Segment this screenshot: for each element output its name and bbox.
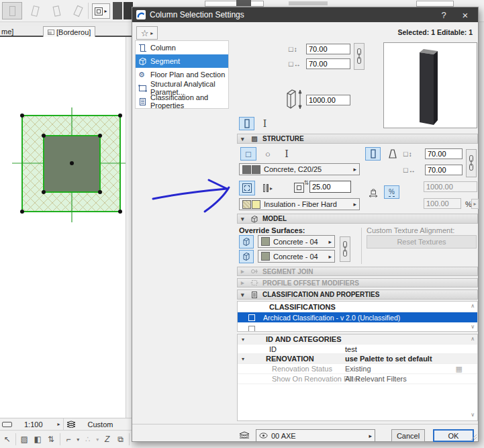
surface-top-toggle[interactable] bbox=[239, 235, 254, 249]
tab-borderou[interactable]: [Borderou] bbox=[43, 26, 95, 37]
tapered-column-toggle[interactable] bbox=[385, 147, 400, 161]
reset-textures-button: Reset Textures bbox=[367, 235, 477, 249]
snap-points-icon[interactable]: ∴ bbox=[83, 435, 93, 444]
floor-plan-canvas[interactable] bbox=[0, 37, 126, 418]
close-button[interactable]: × bbox=[456, 9, 474, 21]
id-value[interactable]: test bbox=[345, 345, 357, 353]
segment-join-section-header[interactable]: ▸ SEGMENT JOIN bbox=[237, 267, 478, 276]
wall-reference-icon[interactable]: ◧ bbox=[33, 435, 43, 444]
edit-plane-icon[interactable]: ⧉ bbox=[115, 435, 126, 444]
column-method-rotated-button[interactable] bbox=[68, 2, 88, 19]
flyout-icon-1[interactable]: ▾ bbox=[77, 437, 79, 443]
core-depth-input[interactable] bbox=[425, 165, 463, 175]
core-material-dropdown[interactable]: Concrete, C20/25 ▸ bbox=[239, 163, 360, 175]
surface-sides-toggle[interactable] bbox=[239, 250, 254, 263]
column-method-tilted-button[interactable] bbox=[46, 2, 66, 19]
classification-partial-checkbox[interactable] bbox=[248, 326, 255, 331]
scroll-down-icon[interactable]: ∨ bbox=[471, 324, 475, 330]
veneer-toggle[interactable] bbox=[239, 181, 255, 195]
fixed-size-toggle[interactable] bbox=[365, 185, 381, 199]
help-button[interactable]: ? bbox=[435, 10, 452, 20]
percent-size-toggle[interactable]: % bbox=[384, 185, 399, 199]
bottombar-separator2 bbox=[60, 433, 60, 445]
renovation-filter-value[interactable]: All Relevant Filters bbox=[345, 375, 407, 383]
layer-dropdown[interactable]: 00 AXE ▸ bbox=[256, 429, 375, 442]
tab-partial[interactable]: me] bbox=[1, 28, 13, 36]
surface-sides-label: Concrete - 04 bbox=[273, 253, 318, 261]
dialog-titlebar[interactable]: Column Selection Settings ? × bbox=[132, 7, 478, 22]
structure-section-header[interactable]: ▾ ▨ STRUCTURE bbox=[237, 134, 478, 144]
tree-item-segment[interactable]: Segment bbox=[136, 54, 228, 68]
reset-textures-label: Reset Textures bbox=[397, 238, 446, 246]
scroll-up-icon[interactable]: ∧ bbox=[471, 336, 475, 342]
flyout-icon-2[interactable]: ▾ bbox=[96, 437, 99, 443]
screen: ▸ me] [Borderou] bbox=[0, 0, 484, 448]
tapered-column-icon bbox=[388, 149, 397, 159]
surface-top-dropdown[interactable]: Concrete - 04 ▸ bbox=[258, 235, 335, 248]
flip-icon[interactable]: ⇅ bbox=[46, 435, 56, 444]
classification-icon bbox=[138, 97, 147, 106]
circle-profile-toggle[interactable]: ○ bbox=[260, 147, 276, 161]
column-width-input[interactable] bbox=[306, 44, 350, 54]
renovation-status-row[interactable]: Renovation Status Existing ▦ bbox=[238, 364, 477, 374]
classification-selected-row[interactable]: Archicad Classification - v 2.0 (Unclass… bbox=[238, 312, 477, 322]
tree-item-structural[interactable]: Structural Analytical Paramet... bbox=[136, 81, 228, 95]
scale-flyout-icon[interactable]: ▸ bbox=[58, 421, 60, 427]
column-method-vertical-button[interactable] bbox=[2, 2, 22, 19]
link-dimensions-button[interactable] bbox=[354, 43, 365, 70]
section-expand-icon: ▾ bbox=[242, 356, 244, 362]
link-core-dimensions-button[interactable] bbox=[466, 149, 477, 177]
scale-value[interactable]: 1:100 bbox=[24, 420, 43, 429]
column-method-slanted-button[interactable] bbox=[25, 2, 45, 19]
id-categories-section-row[interactable]: ▾ ID AND CATEGORIES bbox=[238, 334, 477, 345]
selected-info: Selected: 1 Editable: 1 bbox=[398, 28, 473, 36]
veneer-thickness-input[interactable] bbox=[309, 181, 351, 193]
surface-sides-dropdown[interactable]: Concrete - 04 ▸ bbox=[258, 250, 335, 263]
complex-profile-toggle[interactable]: I bbox=[279, 147, 295, 161]
scroll-down-icon[interactable]: ∨ bbox=[471, 412, 475, 418]
slanted-column-icon bbox=[31, 5, 39, 17]
classifications-header: CLASSIFICATIONS bbox=[269, 303, 336, 311]
scroll-up-icon[interactable]: ∧ bbox=[471, 303, 475, 309]
relative-construction-icon[interactable]: ⌐ bbox=[63, 435, 73, 444]
ok-button[interactable]: OK bbox=[433, 429, 474, 442]
core-width-input[interactable] bbox=[425, 148, 463, 159]
column-preview[interactable] bbox=[383, 42, 477, 128]
gravity-icon[interactable]: ▨ bbox=[19, 435, 30, 444]
suspend-groups-icon[interactable]: ↖ bbox=[2, 435, 12, 444]
resize-grip[interactable] bbox=[471, 434, 477, 441]
profile-offset-section-header[interactable]: ▸ PROFILE OFFSET MODIFIERS bbox=[237, 278, 478, 287]
veneer-position-button[interactable]: ▸ bbox=[258, 181, 277, 195]
canvas-vertical-scrollbar[interactable] bbox=[126, 37, 132, 418]
veneer-material-dropdown[interactable]: Insulation - Fiber Hard ▸ bbox=[239, 198, 360, 210]
favorites-button[interactable]: ☆ ▸ bbox=[136, 26, 158, 40]
link-surfaces-button[interactable] bbox=[340, 236, 350, 262]
renovation-grid-icon[interactable]: ▦ bbox=[456, 365, 463, 373]
tree-item-classification[interactable]: Classification and Properties bbox=[136, 95, 228, 108]
layer-combination-value[interactable]: Custom bbox=[88, 420, 113, 429]
model-section-header[interactable]: ▾ MODEL bbox=[237, 214, 478, 224]
tab-bar: me] [Borderou] bbox=[0, 26, 132, 37]
classification-section-header[interactable]: ▾ CLASSIFICATION AND PROPERTIES bbox=[237, 289, 478, 300]
classification-checkbox[interactable] bbox=[248, 314, 255, 321]
plane-snap-icon[interactable]: Z bbox=[102, 435, 112, 444]
core-height-input bbox=[424, 181, 477, 192]
plain-column-toggle[interactable] bbox=[239, 117, 254, 130]
renovation-filter-row[interactable]: Show On Renovation Filter All Relevant F… bbox=[238, 374, 477, 384]
tree-item-column[interactable]: Column bbox=[136, 41, 228, 54]
uniform-column-toggle[interactable] bbox=[365, 147, 381, 161]
archicad-logo-icon bbox=[136, 10, 146, 19]
cancel-button[interactable]: Cancel bbox=[391, 429, 425, 442]
renovation-status-value[interactable]: Existing bbox=[345, 365, 371, 373]
tree-item-floor-plan[interactable]: ⚙ Floor Plan and Section bbox=[136, 68, 228, 81]
column-depth-input[interactable] bbox=[306, 58, 350, 69]
renovation-section-row[interactable]: ▾ RENOVATION use Palette to set default bbox=[238, 354, 477, 364]
id-row[interactable]: ID test bbox=[238, 345, 477, 354]
pen-swatch-dark[interactable] bbox=[113, 2, 122, 19]
structure-display-button[interactable]: ▸ bbox=[92, 3, 110, 19]
veneer-bar2-icon bbox=[267, 184, 269, 192]
capital-column-toggle[interactable]: I bbox=[257, 117, 273, 130]
column-height-input[interactable] bbox=[306, 95, 350, 105]
square-profile-toggle[interactable]: □ bbox=[240, 147, 256, 161]
percent-flyout-button[interactable]: ▸ bbox=[471, 199, 479, 209]
